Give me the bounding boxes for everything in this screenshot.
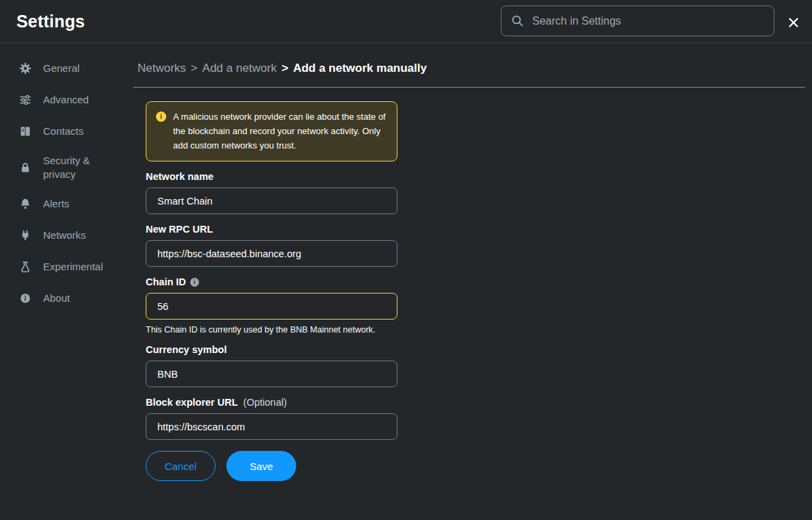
save-button[interactable]: Save xyxy=(226,451,296,481)
sidebar-item-contacts[interactable]: Contacts xyxy=(0,116,130,147)
block-explorer-field: Block explorer URL (Optional) xyxy=(146,397,397,440)
cancel-button[interactable]: Cancel xyxy=(146,451,215,481)
chain-id-label: Chain ID i xyxy=(146,276,397,287)
breadcrumb-add-network[interactable]: Add a network xyxy=(202,62,277,75)
sidebar-item-advanced[interactable]: Advanced xyxy=(0,84,130,116)
rpc-url-field: New RPC URL xyxy=(146,224,397,267)
chain-id-info-icon[interactable]: i xyxy=(190,278,199,287)
chain-id-input[interactable] xyxy=(146,293,397,320)
close-icon xyxy=(788,17,799,28)
network-name-label: Network name xyxy=(146,171,397,182)
malicious-network-warning: i A malicious network provider can lie a… xyxy=(146,101,397,161)
sidebar-item-about[interactable]: About xyxy=(0,283,130,314)
flask-icon xyxy=(19,261,31,273)
network-name-input[interactable] xyxy=(146,187,397,214)
breadcrumb-separator: > xyxy=(191,62,198,75)
gear-icon xyxy=(19,62,31,75)
info-icon xyxy=(19,292,31,304)
contact-book-icon xyxy=(19,125,31,138)
sidebar-item-label: Experimental xyxy=(43,260,103,274)
sidebar-item-label: Advanced xyxy=(43,93,89,107)
form-actions: Cancel Save xyxy=(146,451,397,481)
warning-info-icon: i xyxy=(156,112,166,122)
currency-symbol-field: Currency symbol xyxy=(146,344,397,387)
sidebar-item-general[interactable]: General xyxy=(0,53,130,84)
content-divider xyxy=(133,87,805,88)
sidebar-item-label: Alerts xyxy=(43,197,69,211)
sidebar-item-label: Security & privacy xyxy=(43,154,112,182)
currency-symbol-label: Currency symbol xyxy=(146,344,397,355)
settings-sidebar: General Advanced xyxy=(0,43,130,520)
block-explorer-label: Block explorer URL (Optional) xyxy=(146,397,397,408)
sliders-icon xyxy=(19,94,31,106)
warning-text: A malicious network provider can lie abo… xyxy=(173,110,387,153)
breadcrumb-networks[interactable]: Networks xyxy=(137,62,186,75)
sidebar-item-label: Contacts xyxy=(43,125,83,138)
chain-id-warning-text: This Chain ID is currently used by the B… xyxy=(146,325,397,335)
settings-header: Settings xyxy=(0,0,812,43)
sidebar-item-label: About xyxy=(43,291,70,305)
sidebar-item-label: General xyxy=(43,62,79,75)
search-icon xyxy=(511,14,524,27)
currency-symbol-input[interactable] xyxy=(146,361,397,387)
bell-icon xyxy=(19,198,31,210)
breadcrumb-separator: > xyxy=(281,62,288,75)
sidebar-item-experimental[interactable]: Experimental xyxy=(0,251,130,283)
breadcrumb: Networks>Add a network>Add a network man… xyxy=(137,43,805,87)
block-explorer-input[interactable] xyxy=(146,413,397,440)
settings-search[interactable] xyxy=(501,5,774,36)
close-button[interactable] xyxy=(786,15,801,30)
plug-icon xyxy=(19,229,31,242)
lock-icon xyxy=(19,161,31,174)
rpc-url-label: New RPC URL xyxy=(146,224,397,235)
network-name-field: Network name xyxy=(146,171,397,214)
sidebar-item-label: Networks xyxy=(43,229,86,242)
optional-suffix: (Optional) xyxy=(244,397,287,408)
sidebar-item-security-privacy[interactable]: Security & privacy xyxy=(0,147,130,188)
breadcrumb-current: Add a network manually xyxy=(293,62,427,75)
rpc-url-input[interactable] xyxy=(146,240,397,267)
sidebar-item-networks[interactable]: Networks xyxy=(0,220,130,251)
search-input[interactable] xyxy=(532,15,764,27)
chain-id-label-text: Chain ID xyxy=(146,276,186,287)
page-title: Settings xyxy=(16,12,85,31)
settings-content: Networks>Add a network>Add a network man… xyxy=(130,43,812,520)
add-network-form: i A malicious network provider can lie a… xyxy=(146,101,397,481)
block-explorer-label-text: Block explorer URL xyxy=(146,397,238,408)
chain-id-field: Chain ID i This Chain ID is currently us… xyxy=(146,276,397,335)
sidebar-item-alerts[interactable]: Alerts xyxy=(0,188,130,220)
